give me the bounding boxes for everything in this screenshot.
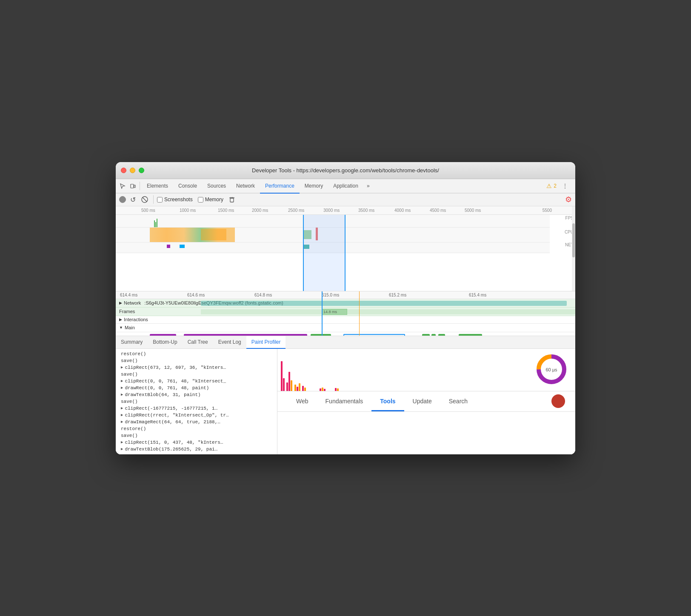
minimize-button[interactable]	[130, 168, 135, 173]
cmd-save-4[interactable]: save()	[116, 432, 277, 439]
main-cursor-line	[322, 332, 323, 336]
close-button[interactable]	[121, 168, 126, 173]
site-nav-update[interactable]: Update	[404, 391, 440, 412]
tab-network[interactable]: Network	[231, 179, 260, 194]
frames-row: Frames 14.8 ms	[116, 308, 575, 316]
chart-bar-10	[304, 388, 306, 391]
cmd-cliprrect[interactable]: ▶ clipRRect(rrect, "kIntersect_Op", tr…	[116, 412, 277, 419]
mini-block-3[interactable]	[438, 334, 445, 336]
layout-block[interactable]: Layout	[150, 334, 176, 336]
cmd-cliprect-1[interactable]: ▶ clipRect(673, 12, 697, 36, "kInters…	[116, 364, 277, 371]
tab-event-log[interactable]: Event Log	[213, 336, 246, 349]
timeline-overview: 500 ms 1000 ms 1500 ms 2000 ms 2500 ms 3…	[116, 206, 575, 291]
cmd-cliprect-4[interactable]: ▶ clipRect(151, 0, 437, 48, "kInters…	[116, 439, 277, 446]
maximize-button[interactable]	[139, 168, 144, 173]
cmd-drawtextblob-1[interactable]: ▶ drawTextBlob(64, 31, paint)	[116, 391, 277, 398]
warning-badge[interactable]: ⚠ 2	[546, 183, 557, 189]
interactions-collapse[interactable]: ▶	[119, 317, 122, 322]
network-bar	[201, 301, 567, 306]
paint-command-list: restore() save() ▶ clipRect(673, 12, 697…	[116, 349, 277, 454]
cmd-restore-1[interactable]: restore()	[116, 351, 277, 357]
clear-button[interactable]	[140, 194, 150, 205]
tab-bottom-up[interactable]: Bottom-Up	[148, 336, 182, 349]
tab-summary[interactable]: Summary	[116, 336, 148, 349]
tab-call-tree[interactable]: Call Tree	[183, 336, 213, 349]
cmd-drawimagerect[interactable]: ▶ drawImageRect(64, 64, true, 2188,…	[116, 419, 277, 425]
timeline-scrollbar-thumb[interactable]	[572, 223, 575, 257]
timeline-scrollbar[interactable]	[572, 206, 575, 291]
cmd-drawrect[interactable]: ▶ drawRect(0, 0, 761, 48, paint)	[116, 385, 277, 391]
chart-bar-8	[299, 383, 300, 391]
cmd-drawtextblob-2[interactable]: ▶ drawTextBlob(175.265625, 29, pai…	[116, 446, 277, 453]
panel-content: restore() save() ▶ clipRect(673, 12, 697…	[116, 349, 575, 454]
ruler-tick-2000: 2000 ms	[252, 208, 268, 213]
trash-button[interactable]	[227, 194, 237, 205]
ruler-tick-5500: 5500	[543, 208, 552, 213]
cmd-cliprect-3[interactable]: ▶ clipRect(-16777215, -16777215, 1…	[116, 405, 277, 412]
site-nav-search[interactable]: Search	[440, 391, 476, 412]
tab-performance[interactable]: Performance	[260, 179, 300, 194]
chart-bar-12	[322, 388, 323, 391]
donut-chart: 60 µs	[534, 352, 568, 388]
paint-chart: 60 µs	[277, 349, 575, 391]
svg-rect-0	[131, 184, 134, 188]
svg-point-12	[556, 397, 561, 402]
tab-application[interactable]: Application	[328, 179, 363, 194]
network-collapse[interactable]: ▶	[119, 301, 122, 305]
site-nav-tools[interactable]: Tools	[371, 391, 404, 412]
website-nav: Web Fundamentals Tools Update	[277, 391, 575, 412]
paint-block-2[interactable]: P...)	[459, 334, 482, 336]
ruler-tick-500: 500 ms	[141, 208, 155, 213]
ruler-tick-5000: 5000 ms	[465, 208, 481, 213]
cmd-cliprect-2[interactable]: ▶ clipRect(0, 0, 761, 48, "kIntersect_	[116, 378, 277, 385]
ztick-6: 615.4 ms	[469, 293, 486, 297]
chart-bar-4	[288, 372, 290, 391]
bottom-panel: Summary Bottom-Up Call Tree Event Log Pa…	[116, 336, 575, 454]
tab-more[interactable]: »	[363, 179, 373, 193]
timeline-tracks: FPS CPU NET	[116, 215, 575, 291]
time-cursor	[322, 291, 323, 336]
tab-paint-profiler[interactable]: Paint Profiler	[246, 336, 286, 349]
screenshots-checkbox[interactable]: Screenshots	[157, 197, 193, 202]
cmd-save-2[interactable]: save()	[116, 371, 277, 378]
paint-block-main[interactable]: Paint (761 × 48)	[343, 334, 405, 336]
svg-text:60 µs: 60 µs	[545, 367, 557, 372]
main-collapse[interactable]: ▼	[119, 325, 123, 330]
memory-checkbox[interactable]: Memory	[198, 197, 223, 202]
tab-memory[interactable]: Memory	[300, 179, 328, 194]
chart-bar-9	[302, 386, 304, 391]
svg-rect-1	[134, 185, 135, 188]
frames-background	[201, 309, 575, 314]
mini-block-1[interactable]	[422, 334, 430, 336]
chart-bar-15	[337, 388, 339, 391]
user-avatar[interactable]	[551, 394, 565, 408]
cursor-tool[interactable]	[117, 181, 128, 191]
chart-bar-11	[320, 388, 321, 391]
ruler-tick-1500: 1500 ms	[218, 208, 234, 213]
mini-block-2[interactable]	[431, 334, 436, 336]
chart-bar-14	[335, 388, 337, 391]
tab-sources[interactable]: Sources	[202, 179, 231, 194]
chart-bar-6	[294, 385, 296, 391]
more-options[interactable]: ⋮	[560, 181, 570, 191]
chart-bar-5	[291, 380, 292, 391]
tab-console[interactable]: Console	[173, 179, 202, 194]
site-nav-fundamentals[interactable]: Fundamentals	[317, 391, 372, 412]
devtools-window: Developer Tools - https://developers.goo…	[116, 162, 575, 454]
reload-button[interactable]: ↺	[128, 194, 138, 205]
cmd-save-1[interactable]: save()	[116, 357, 277, 364]
record-button[interactable]	[119, 196, 126, 203]
ruler-tick-1000: 1000 ms	[180, 208, 196, 213]
zoomed-timeline: 614.4 ms 614.6 ms 614.8 ms 615.0 ms 615.…	[116, 291, 575, 336]
interactions-label: Interactions	[124, 317, 148, 322]
panel-tabs: Summary Bottom-Up Call Tree Event Log Pa…	[116, 336, 575, 349]
cmd-save-3[interactable]: save()	[116, 398, 277, 405]
controls-bar: ↺ Screenshots Memory ⚙	[116, 194, 575, 206]
update-layer-tree-block[interactable]: Update Layer Tree	[184, 334, 307, 336]
site-nav-web[interactable]: Web	[288, 391, 317, 412]
cmd-restore-2[interactable]: restore()	[116, 425, 277, 432]
device-toolbar[interactable]	[128, 181, 138, 191]
settings-button[interactable]: ⚙	[565, 195, 572, 204]
paint-block-1[interactable]: Pa...)	[311, 334, 331, 336]
tab-elements[interactable]: Elements	[142, 179, 173, 194]
